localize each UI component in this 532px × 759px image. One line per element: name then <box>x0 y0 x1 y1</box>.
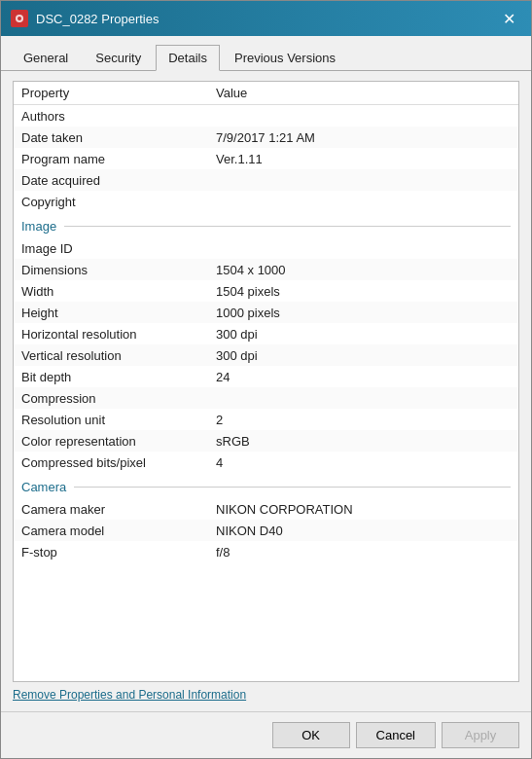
property-label: Camera model <box>21 524 216 538</box>
section-image-header: Image <box>14 212 518 237</box>
property-label: Bit depth <box>21 370 216 384</box>
value-label: 1504 x 1000 <box>216 263 511 277</box>
tab-details[interactable]: Details <box>156 45 220 71</box>
section-line <box>74 487 511 488</box>
section-camera-header: Camera <box>14 473 518 498</box>
table-row: Height 1000 pixels <box>14 302 518 323</box>
table-header: Property Value <box>14 82 518 105</box>
table-row: Dimensions 1504 x 1000 <box>14 259 518 280</box>
value-label: 300 dpi <box>216 327 511 342</box>
svg-point-2 <box>18 17 21 20</box>
table-row: Resolution unit 2 <box>14 409 518 430</box>
section-camera-label: Camera <box>21 480 66 494</box>
table-row: Image ID <box>14 237 518 259</box>
app-icon <box>11 10 28 27</box>
table-scroll[interactable]: Authors Date taken 7/9/2017 1:21 AM Prog… <box>14 105 518 681</box>
tab-security[interactable]: Security <box>83 45 154 71</box>
table-row: Compressed bits/pixel 4 <box>14 452 518 473</box>
window-title: DSC_0282 Properties <box>36 12 159 26</box>
value-label: NIKON D40 <box>216 524 511 538</box>
property-label: Height <box>21 306 216 320</box>
value-label: sRGB <box>216 434 511 449</box>
property-label: Image ID <box>21 241 216 256</box>
property-label: F-stop <box>21 545 216 560</box>
table-row: Width 1504 pixels <box>14 280 518 302</box>
property-label: Dimensions <box>21 263 216 277</box>
cancel-button[interactable]: Cancel <box>356 722 436 748</box>
tab-general[interactable]: General <box>11 45 81 71</box>
header-value: Value <box>216 86 511 100</box>
details-table: Property Value Authors Date taken 7/9/20… <box>13 81 519 682</box>
tab-previous-versions[interactable]: Previous Versions <box>222 45 348 71</box>
table-row: Compression <box>14 387 518 409</box>
table-row: Camera model NIKON D40 <box>14 520 518 541</box>
value-label: 1504 pixels <box>216 284 511 299</box>
value-label: 1000 pixels <box>216 306 511 320</box>
value-label: 24 <box>216 370 511 384</box>
close-button[interactable]: ✕ <box>496 6 521 31</box>
table-row: Date acquired <box>14 169 518 191</box>
property-label: Date taken <box>21 130 216 145</box>
property-label: Camera maker <box>21 502 216 517</box>
section-line <box>64 226 511 227</box>
table-row: F-stop f/8 <box>14 541 518 562</box>
remove-properties-link[interactable]: Remove Properties and Personal Informati… <box>13 688 519 702</box>
table-row: Horizontal resolution 300 dpi <box>14 323 518 344</box>
property-label: Date acquired <box>21 173 216 188</box>
property-label: Color representation <box>21 434 216 449</box>
table-row: Bit depth 24 <box>14 366 518 387</box>
property-label: Program name <box>21 152 216 166</box>
value-label: Ver.1.11 <box>216 152 511 166</box>
ok-button[interactable]: OK <box>272 722 350 748</box>
value-label: NIKON CORPORATION <box>216 502 511 517</box>
content-area: Property Value Authors Date taken 7/9/20… <box>1 71 531 711</box>
property-label: Resolution unit <box>21 413 216 427</box>
bottom-bar: OK Cancel Apply <box>1 711 531 758</box>
property-label: Compression <box>21 391 216 406</box>
table-row: Program name Ver.1.11 <box>14 148 518 169</box>
value-label: f/8 <box>216 545 511 560</box>
table-row: Copyright <box>14 191 518 212</box>
table-row: Date taken 7/9/2017 1:21 AM <box>14 126 518 148</box>
table-row: Color representation sRGB <box>14 430 518 452</box>
title-bar: DSC_0282 Properties ✕ <box>1 1 531 36</box>
property-label: Width <box>21 284 216 299</box>
value-label: 2 <box>216 413 511 427</box>
table-row: Camera maker NIKON CORPORATION <box>14 498 518 520</box>
property-label: Horizontal resolution <box>21 327 216 342</box>
property-label: Compressed bits/pixel <box>21 455 216 470</box>
value-label: 7/9/2017 1:21 AM <box>216 130 511 145</box>
tabs-row: General Security Details Previous Versio… <box>1 36 531 71</box>
apply-button[interactable]: Apply <box>442 722 519 748</box>
section-image-label: Image <box>21 219 56 234</box>
value-label: 300 dpi <box>216 348 511 363</box>
property-label: Vertical resolution <box>21 348 216 363</box>
properties-window: DSC_0282 Properties ✕ General Security D… <box>0 0 532 759</box>
table-row: Authors <box>14 105 518 126</box>
property-label: Authors <box>21 109 216 124</box>
table-row: Vertical resolution 300 dpi <box>14 344 518 366</box>
property-label: Copyright <box>21 195 216 209</box>
title-bar-left: DSC_0282 Properties <box>11 10 159 27</box>
header-property: Property <box>21 86 216 100</box>
value-label: 4 <box>216 455 511 470</box>
